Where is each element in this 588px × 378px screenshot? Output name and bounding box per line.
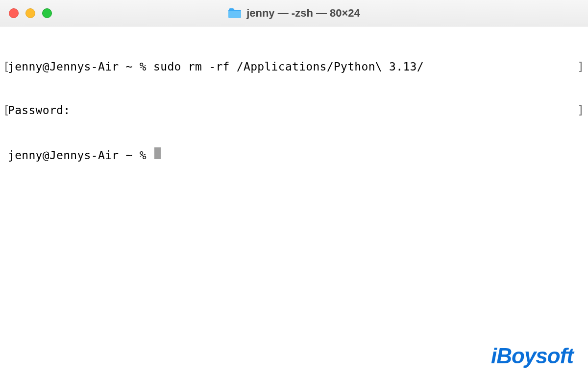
line-suffix-bracket: ]: [577, 103, 584, 118]
title-area: jenny — -zsh — 80×24: [0, 7, 588, 20]
terminal-prompt: jenny@Jennys-Air ~ %: [8, 148, 153, 163]
cursor-icon: [154, 147, 161, 159]
terminal-line: [ jenny@Jennys-Air ~ % sudo rm -rf /Appl…: [3, 60, 585, 74]
terminal-output[interactable]: [ jenny@Jennys-Air ~ % sudo rm -rf /Appl…: [0, 26, 588, 182]
line-prefix-bracket: [3, 148, 8, 163]
window-titlebar: jenny — -zsh — 80×24: [0, 0, 588, 26]
terminal-text: jenny@Jennys-Air ~ % sudo rm -rf /Applic…: [8, 60, 424, 74]
traffic-lights: [9, 8, 52, 18]
watermark-logo: iBoysoft: [491, 344, 573, 368]
folder-icon: [228, 8, 242, 19]
maximize-button[interactable]: [42, 8, 52, 18]
window-title: jenny — -zsh — 80×24: [246, 7, 360, 20]
line-prefix-bracket: [: [3, 103, 8, 118]
terminal-line: jenny@Jennys-Air ~ %: [3, 147, 585, 163]
terminal-line: [ Password: ]: [3, 103, 585, 118]
minimize-button[interactable]: [25, 8, 35, 18]
line-prefix-bracket: [: [3, 60, 8, 74]
watermark-text: iBoysoft: [491, 344, 573, 368]
line-suffix-bracket: ]: [577, 60, 584, 74]
terminal-text: Password:: [8, 103, 70, 118]
close-button[interactable]: [9, 8, 19, 18]
